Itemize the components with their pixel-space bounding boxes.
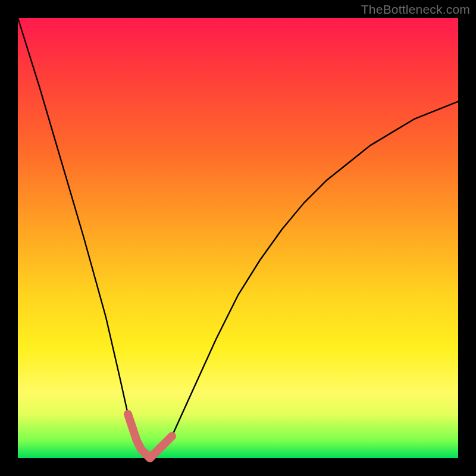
watermark-text: TheBottleneck.com	[361, 2, 470, 17]
curve-layer	[18, 18, 458, 458]
chart-frame: TheBottleneck.com	[0, 0, 476, 476]
highlight-segment	[128, 414, 172, 458]
plot-area	[18, 18, 458, 458]
bottleneck-curve	[18, 18, 458, 458]
